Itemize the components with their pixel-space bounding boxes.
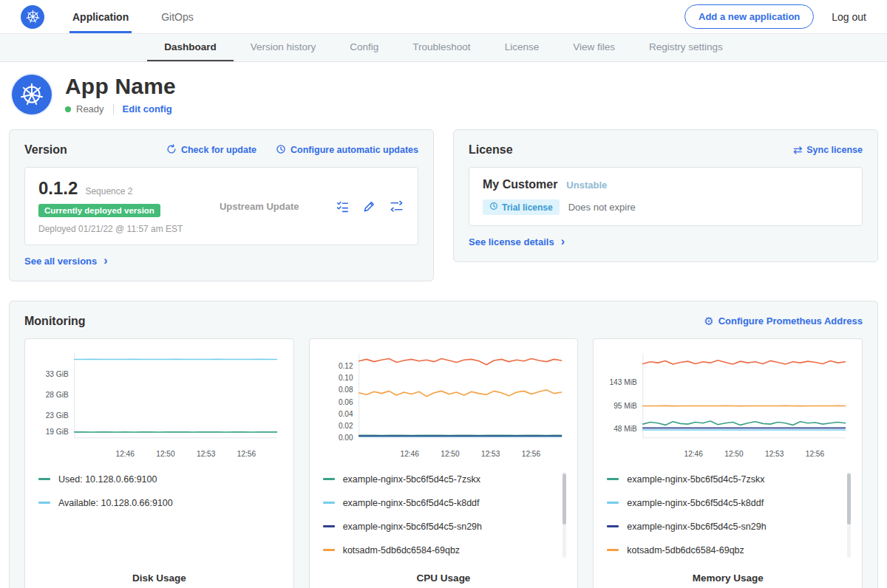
check-for-update-link[interactable]: Check for update <box>166 144 256 157</box>
tab-application-label: Application <box>72 11 129 23</box>
svg-text:12:53: 12:53 <box>765 449 784 457</box>
legend-label: Available: 10.128.0.66:9100 <box>58 498 173 508</box>
subnav-label: Troubleshoot <box>412 41 470 52</box>
legend-label: Used: 10.128.0.66:9100 <box>58 474 157 485</box>
subnav-item-dashboard[interactable]: Dashboard <box>147 34 234 61</box>
svg-text:12:56: 12:56 <box>237 449 256 457</box>
legend-label: example-nginx-5bc6f5d4c5-7zskx <box>627 474 764 485</box>
legend-scrollbar-track <box>563 472 566 558</box>
sync-license-label: Sync license <box>806 145 863 155</box>
subnav-item-registry-settings[interactable]: Registry settings <box>632 34 740 61</box>
subnav-item-troubleshoot[interactable]: Troubleshoot <box>395 34 487 61</box>
memory-usage-title: Memory Usage <box>602 562 853 584</box>
gear-icon <box>704 315 713 327</box>
configure-prometheus-label: Configure Prometheus Address <box>718 315 863 327</box>
legend-swatch <box>607 549 619 551</box>
legend-label: kotsadm-5db6dc6584-69qbz <box>627 545 744 555</box>
subnav-label: Registry settings <box>649 41 723 52</box>
legend-swatch <box>323 549 335 551</box>
tab-application[interactable]: Application <box>69 0 132 33</box>
legend-scrollbar-track <box>847 472 851 558</box>
subnav-label: License <box>505 41 540 52</box>
sync-license-link[interactable]: Sync license <box>793 144 863 156</box>
edit-config-link[interactable]: Edit config <box>123 103 172 114</box>
subnav-item-license[interactable]: License <box>488 34 557 61</box>
channel-label: Unstable <box>566 180 607 191</box>
disk-usage-title: Disk Usage <box>34 562 285 584</box>
app-subnav: Dashboard Version history Config Trouble… <box>0 34 887 62</box>
legend-label: example-nginx-5bc6f5d4c5-7zskx <box>343 474 480 485</box>
see-license-details-link[interactable]: See license details <box>469 236 565 247</box>
svg-text:95 MiB: 95 MiB <box>614 402 637 410</box>
current-version-box: 0.1.2 Sequence 2 Currently deployed vers… <box>24 167 418 245</box>
svg-text:0.10: 0.10 <box>339 374 353 382</box>
add-new-application-button[interactable]: Add a new application <box>684 4 814 29</box>
app-status-row: Ready Edit config <box>65 103 176 114</box>
legend-label: example-nginx-5bc6f5d4c5-k8ddf <box>627 498 764 508</box>
see-all-versions-link[interactable]: See all versions <box>24 255 108 267</box>
preflight-checks-icon[interactable] <box>336 199 350 213</box>
configure-automatic-updates-label: Configure automatic updates <box>290 145 418 155</box>
legend-swatch <box>38 502 50 504</box>
tab-gitops-label: GitOps <box>161 11 194 23</box>
trial-license-badge: Trial license <box>483 199 560 215</box>
legend-label: example-nginx-5bc6f5d4c5-k8ddf <box>343 498 480 508</box>
monitoring-header: Monitoring Configure Prometheus Address <box>24 315 863 328</box>
disk-usage-chart-card: 33 GiB28 GiB23 GiB19 GiB12:4612:5012:531… <box>24 338 294 588</box>
clock-arrow-icon <box>276 144 286 157</box>
logout-button[interactable]: Log out <box>832 11 866 23</box>
legend-item: example-nginx-5bc6f5d4c5-7zskx <box>602 468 841 491</box>
current-version-info: 0.1.2 Sequence 2 Currently deployed vers… <box>38 178 183 234</box>
legend-item: example-nginx-5bc6f5d4c5-k8ddf <box>319 491 557 515</box>
version-card-actions: Check for update Configure automatic upd… <box>166 144 418 157</box>
legend-swatch <box>607 525 619 527</box>
deployed-timestamp: Deployed 01/21/22 @ 11:57 am EST <box>38 224 183 234</box>
svg-text:48 MiB: 48 MiB <box>614 425 637 433</box>
legend-item: Available: 10.128.0.66:9100 <box>34 491 273 515</box>
cpu-usage-chart-card: 0.120.100.080.060.040.020.0012:4612:5012… <box>309 338 579 588</box>
license-card: License Sync license My Customer Unstabl… <box>453 129 878 262</box>
legend-item: Used: 10.128.0.66:9100 <box>34 468 273 491</box>
dashboard-cards-row: Version Check for update Configure autom… <box>0 129 887 281</box>
svg-text:12:50: 12:50 <box>156 449 175 457</box>
svg-text:12:46: 12:46 <box>684 449 704 457</box>
subnav-item-config[interactable]: Config <box>333 34 395 61</box>
subnav-item-version-history[interactable]: Version history <box>234 34 333 61</box>
legend-swatch <box>607 478 619 480</box>
monitoring-card: Monitoring Configure Prometheus Address … <box>9 301 878 588</box>
svg-text:12:56: 12:56 <box>521 449 540 457</box>
top-navbar: Application GitOps Add a new application… <box>0 0 887 34</box>
legend-item: kotsadm-5db6dc6584-69qbz <box>602 539 841 562</box>
memory-usage-chart-card: 143 MiB95 MiB48 MiB12:4612:5012:5312:56 … <box>593 338 863 588</box>
legend-swatch <box>38 478 50 480</box>
status-badge: Ready <box>76 103 104 114</box>
svg-text:0.12: 0.12 <box>339 361 353 369</box>
cpu-usage-title: CPU Usage <box>319 562 569 584</box>
legend-item: example-nginx-5bc6f5d4c5-7zskx <box>319 468 557 491</box>
legend-item: example-nginx-5bc6f5d4c5-sn29h <box>602 515 841 539</box>
edit-config-icon[interactable] <box>362 199 376 213</box>
version-number-row: 0.1.2 Sequence 2 <box>38 178 183 199</box>
tab-gitops[interactable]: GitOps <box>158 0 197 33</box>
svg-text:12:46: 12:46 <box>116 449 135 457</box>
legend-scrollbar[interactable] <box>847 474 851 525</box>
svg-text:0.04: 0.04 <box>339 409 353 417</box>
svg-text:12:53: 12:53 <box>481 449 500 457</box>
cpu-usage-legend: example-nginx-5bc6f5d4c5-7zskxexample-ng… <box>319 468 569 562</box>
memory-usage-legend: example-nginx-5bc6f5d4c5-7zskxexample-ng… <box>602 468 853 562</box>
legend-scrollbar[interactable] <box>563 474 566 525</box>
svg-text:12:53: 12:53 <box>197 449 216 457</box>
svg-text:19 GiB: 19 GiB <box>46 427 69 435</box>
disk-usage-legend: Used: 10.128.0.66:9100Available: 10.128.… <box>34 468 285 515</box>
subnav-item-view-files[interactable]: View files <box>556 34 632 61</box>
upstream-update-label: Upstream Update <box>220 201 299 212</box>
view-diff-icon[interactable] <box>389 199 404 213</box>
version-card-header: Version Check for update Configure autom… <box>24 143 418 157</box>
legend-label: example-nginx-5bc6f5d4c5-sn29h <box>343 522 482 532</box>
legend-swatch <box>323 525 335 527</box>
page-title: App Name <box>65 74 176 98</box>
configure-prometheus-link[interactable]: Configure Prometheus Address <box>704 315 863 327</box>
configure-automatic-updates-link[interactable]: Configure automatic updates <box>276 144 418 157</box>
clock-icon <box>489 202 498 213</box>
memory-usage-plot: 143 MiB95 MiB48 MiB12:4612:5012:5312:56 <box>602 349 853 462</box>
